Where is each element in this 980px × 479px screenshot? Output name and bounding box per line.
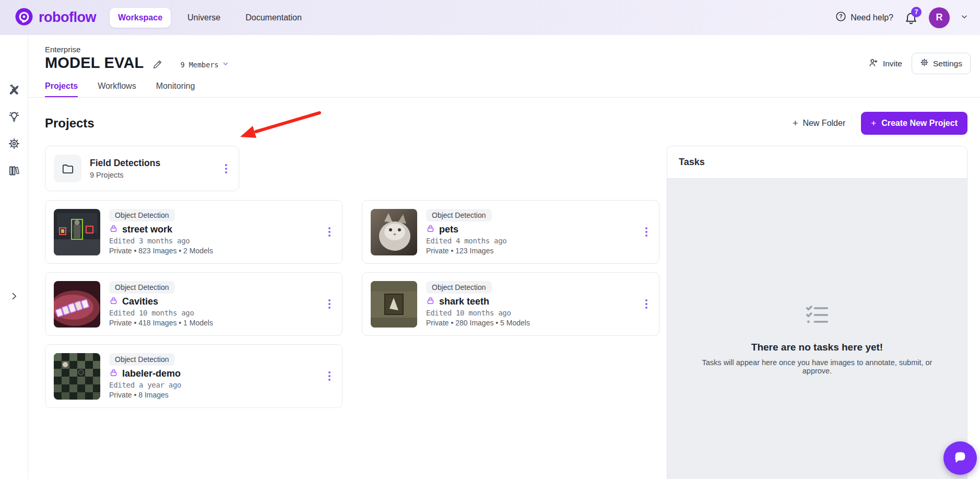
folder-icon bbox=[54, 155, 81, 182]
project-kebab-menu[interactable] bbox=[642, 224, 651, 240]
new-folder-label: New Folder bbox=[802, 119, 845, 128]
project-meta: Private • 823 Images • 2 Models bbox=[109, 247, 213, 255]
project-type-badge: Object Detection bbox=[426, 209, 492, 221]
bell-icon bbox=[904, 18, 918, 27]
project-type-badge: Object Detection bbox=[426, 281, 492, 294]
library-books-icon[interactable] bbox=[6, 162, 22, 179]
folder-kebab-menu[interactable] bbox=[222, 161, 230, 177]
project-edited: Edited 10 months ago bbox=[109, 309, 194, 317]
chat-bubble-icon bbox=[952, 449, 969, 468]
nav-documentation[interactable]: Documentation bbox=[237, 8, 310, 28]
settings-gear-icon[interactable] bbox=[6, 135, 22, 152]
thumbnail-pets bbox=[371, 209, 417, 255]
new-folder-button[interactable]: + New Folder bbox=[793, 118, 845, 129]
user-menu-chevron-icon[interactable] bbox=[960, 13, 969, 23]
nav-workspace[interactable]: Workspace bbox=[110, 8, 171, 28]
project-title: Cavities bbox=[122, 296, 158, 307]
primary-nav: Workspace Universe Documentation bbox=[110, 8, 310, 28]
roboflow-logo-icon bbox=[15, 7, 33, 28]
user-avatar[interactable]: R bbox=[929, 7, 950, 28]
members-chevron-down-icon bbox=[222, 60, 229, 69]
project-meta: Private • 123 Images bbox=[426, 247, 493, 255]
nav-universe[interactable]: Universe bbox=[179, 8, 229, 28]
person-plus-icon bbox=[868, 57, 879, 70]
left-sidebar bbox=[0, 35, 28, 479]
lock-icon bbox=[109, 296, 118, 307]
lock-icon bbox=[109, 224, 118, 235]
lock-icon bbox=[426, 296, 435, 307]
project-kebab-menu[interactable] bbox=[325, 296, 334, 312]
project-kebab-menu[interactable] bbox=[642, 296, 651, 312]
project-kebab-menu[interactable] bbox=[325, 368, 334, 384]
project-edited: Edited 3 months ago bbox=[109, 237, 190, 245]
chat-launcher-button[interactable] bbox=[943, 441, 977, 475]
need-help-button[interactable]: ? Need help? bbox=[835, 11, 893, 24]
project-title: labeler-demo bbox=[122, 368, 181, 379]
svg-text:?: ? bbox=[839, 13, 842, 19]
project-card-shark-teeth[interactable]: Object Detection shark teeth Edited 10 m… bbox=[362, 272, 659, 336]
project-title: street work bbox=[122, 224, 172, 235]
tab-workflows[interactable]: Workflows bbox=[98, 81, 136, 98]
notification-badge: 7 bbox=[911, 7, 922, 17]
project-card-labeler-demo[interactable]: Object Detection labeler-demo Edited a y… bbox=[45, 344, 343, 408]
project-edited: Edited a year ago bbox=[109, 381, 181, 389]
thumbnail-street-work bbox=[54, 209, 100, 255]
thumbnail-shark-teeth bbox=[371, 281, 417, 328]
tasks-empty-title: There are no tasks here yet! bbox=[751, 342, 883, 353]
tab-monitoring[interactable]: Monitoring bbox=[156, 81, 195, 98]
projects-heading: Projects bbox=[45, 116, 95, 131]
sidebar-expand-button[interactable] bbox=[6, 288, 22, 305]
plus-icon: + bbox=[793, 118, 798, 129]
workspace-tabs: Projects Workflows Monitoring bbox=[45, 81, 195, 98]
tab-projects[interactable]: Projects bbox=[45, 81, 78, 98]
members-dropdown[interactable]: 9 Members bbox=[180, 60, 229, 69]
projects-grid: Object Detection street work Edited 3 mo… bbox=[45, 200, 656, 408]
project-meta: Private • 8 Images bbox=[109, 391, 169, 399]
top-navbar: roboflow Workspace Universe Documentatio… bbox=[0, 0, 980, 35]
project-card-street-work[interactable]: Object Detection street work Edited 3 mo… bbox=[45, 200, 343, 264]
brand-name: roboflow bbox=[39, 9, 96, 26]
project-meta: Private • 418 Images • 1 Models bbox=[109, 319, 213, 327]
lock-icon bbox=[426, 224, 435, 235]
folder-card-field-detections[interactable]: Field Detections 9 Projects bbox=[45, 146, 239, 191]
header-divider bbox=[28, 97, 980, 98]
folder-project-count: 9 Projects bbox=[90, 171, 160, 179]
project-title: pets bbox=[439, 224, 458, 235]
need-help-label: Need help? bbox=[851, 13, 893, 22]
project-card-pets[interactable]: Object Detection pets Edited 4 months ag… bbox=[362, 200, 659, 264]
project-title: shark teeth bbox=[439, 296, 489, 307]
checklist-icon bbox=[805, 304, 830, 328]
notifications-button[interactable]: 7 bbox=[904, 10, 918, 25]
annotate-tools-icon[interactable] bbox=[6, 81, 22, 98]
settings-label: Settings bbox=[933, 59, 962, 68]
settings-button[interactable]: Settings bbox=[912, 53, 971, 74]
create-new-project-button[interactable]: + Create New Project bbox=[861, 112, 967, 135]
project-kebab-menu[interactable] bbox=[325, 224, 334, 240]
tasks-empty-subtitle: Tasks will appear here once you have ima… bbox=[687, 358, 948, 375]
project-edited: Edited 4 months ago bbox=[426, 237, 506, 245]
folder-name: Field Detections bbox=[90, 158, 160, 169]
question-circle-icon: ? bbox=[835, 11, 846, 24]
invite-button[interactable]: Invite bbox=[868, 57, 902, 70]
thumbnail-labeler-demo bbox=[54, 353, 100, 400]
members-count-label: 9 Members bbox=[180, 61, 218, 69]
tasks-panel: Tasks There are no tasks here yet! Tasks… bbox=[667, 146, 967, 479]
thumbnail-cavities bbox=[54, 281, 100, 328]
project-type-badge: Object Detection bbox=[109, 281, 175, 294]
project-edited: Edited 10 months ago bbox=[426, 309, 511, 317]
tasks-heading: Tasks bbox=[679, 157, 705, 168]
lock-icon bbox=[109, 368, 118, 379]
lightbulb-icon[interactable] bbox=[6, 108, 22, 125]
gear-icon bbox=[920, 58, 929, 69]
plus-icon: + bbox=[871, 118, 876, 128]
workspace-title: MODEL EVAL bbox=[45, 54, 144, 72]
tasks-empty-state: There are no tasks here yet! Tasks will … bbox=[687, 304, 948, 375]
edit-workspace-name-button[interactable] bbox=[152, 59, 163, 70]
create-new-project-label: Create New Project bbox=[881, 119, 958, 128]
project-type-badge: Object Detection bbox=[109, 209, 175, 221]
invite-label: Invite bbox=[883, 59, 902, 68]
roboflow-logo[interactable]: roboflow bbox=[15, 7, 96, 28]
project-meta: Private • 280 Images • 5 Models bbox=[426, 319, 530, 327]
project-card-cavities[interactable]: Object Detection Cavities Edited 10 mont… bbox=[45, 272, 343, 336]
project-type-badge: Object Detection bbox=[109, 353, 175, 366]
